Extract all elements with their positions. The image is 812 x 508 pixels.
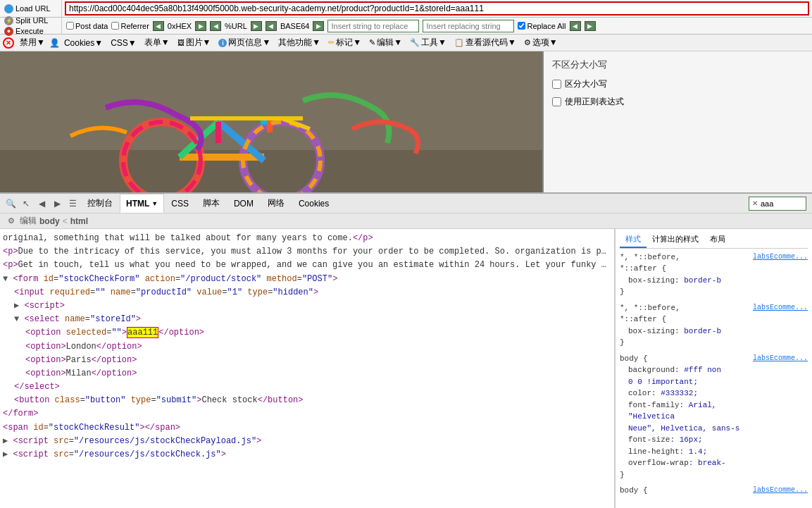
tab-computed[interactable]: 计算出的样式: [647, 232, 704, 248]
devtools-search-box: ✕: [749, 197, 806, 211]
html-line: <option selected="">aaa111</option>: [3, 326, 611, 340]
tab-css[interactable]: CSS: [164, 194, 196, 213]
html-dropdown-arrow[interactable]: ▼: [151, 200, 158, 207]
post-data-checkbox[interactable]: [66, 22, 74, 30]
disable-icon: ✕: [3, 37, 14, 49]
devtools-forward-btn[interactable]: ▶: [49, 196, 65, 211]
html-line: <option>Paris</option>: [3, 354, 611, 367]
tab-dom[interactable]: DOM: [227, 194, 261, 213]
percent-left-arrow[interactable]: ◀: [210, 21, 221, 31]
execute-button[interactable]: ● Execute: [3, 26, 58, 37]
referrer-checkbox[interactable]: [111, 22, 119, 30]
image-icon: 🖼: [177, 39, 185, 47]
percent-right-arrow[interactable]: ▶: [251, 21, 262, 31]
styles-panel: 样式 计算出的样式 布局 *, *::before, labsEcomme...…: [615, 229, 812, 508]
devtools-panel: 🔍 ↖ ◀ ▶ ☰ 控制台 HTML ▼ CSS 脚本 DOM 网络 Cooki…: [0, 192, 812, 508]
menu-info[interactable]: i 网页信息▼: [215, 36, 274, 49]
split-url-button[interactable]: ⚡ Split URL: [3, 16, 58, 26]
tab-network[interactable]: 网络: [261, 194, 292, 213]
execute-icon: ●: [4, 27, 13, 36]
html-line: ▶ <script src="/resources/js/stockCheckP…: [3, 435, 611, 448]
devtools-tabs: 🔍 ↖ ◀ ▶ ☰ 控制台 HTML ▼ CSS 脚本 DOM 网络 Cooki…: [0, 194, 812, 213]
tab-layout[interactable]: 布局: [704, 232, 731, 248]
insert-replacing-string-input[interactable]: [423, 20, 514, 32]
devtools-main: original, something that will be talked …: [0, 229, 812, 508]
svg-rect-2: [0, 150, 542, 192]
html-line: </form>: [3, 407, 611, 421]
html-panel[interactable]: original, something that will be talked …: [0, 229, 615, 508]
replace-all-checkbox[interactable]: [518, 22, 525, 30]
base64-right-arrow[interactable]: ▶: [313, 21, 324, 31]
replace-left-arrow[interactable]: ◀: [570, 21, 581, 31]
html-line: <input required="" name="productId" valu…: [3, 286, 611, 299]
html-line: <option>Milan</option>: [3, 367, 611, 380]
edit-icon: ✎: [369, 38, 375, 47]
search-input[interactable]: [761, 199, 803, 208]
html-line: ▶ <script src="/resources/js/stockCheck.…: [3, 448, 611, 461]
menu-disable[interactable]: 禁用▼: [16, 36, 49, 49]
tab-cookies[interactable]: Cookies: [292, 194, 336, 213]
load-url-button[interactable]: 🌐 Load URL: [3, 4, 58, 14]
menu-other[interactable]: 其他功能▼: [275, 36, 324, 49]
styles-tabs: 样式 计算出的样式 布局: [620, 232, 808, 249]
menu-tools[interactable]: 🔧 工具▼: [406, 36, 450, 49]
hex-right-arrow[interactable]: ▶: [195, 21, 206, 31]
html-content: original, something that will be talked …: [3, 232, 611, 461]
html-line: <p>Due to the intricacy of this service,…: [3, 245, 611, 259]
devtools-back-btn[interactable]: ◀: [34, 196, 49, 211]
info-icon: i: [218, 39, 227, 47]
breadcrumb-sep1: <: [63, 216, 68, 226]
base64-left-arrow[interactable]: ◀: [266, 21, 277, 31]
html-line: <option>London</option>: [3, 340, 611, 354]
breadcrumb-body[interactable]: body: [39, 216, 60, 226]
breadcrumb-html[interactable]: html: [70, 216, 88, 226]
tab-script[interactable]: 脚本: [196, 194, 227, 213]
html-line: ▼ <select name="storeId">: [3, 313, 611, 326]
menu-table[interactable]: 表单▼: [141, 36, 173, 49]
menu-options[interactable]: ⚙ 选项▼: [520, 36, 561, 49]
html-line: ▶ <script>: [3, 299, 611, 313]
case-sensitive-option[interactable]: 区分大小写: [552, 78, 804, 90]
menu-source[interactable]: 📋 查看源代码▼: [451, 36, 520, 49]
replace-all-checkbox-label[interactable]: Replace All: [518, 22, 566, 30]
tab-html[interactable]: HTML ▼: [120, 194, 164, 213]
css-section: *, *::before, labsEcomme... *::after { b…: [620, 302, 808, 349]
tab-console[interactable]: 控制台: [80, 194, 120, 213]
menu-css[interactable]: CSS▼: [107, 37, 140, 49]
css-link2[interactable]: labsEcomme...: [753, 302, 808, 314]
devtools-inspect-icon[interactable]: 🔍: [3, 196, 18, 211]
hex-left-arrow[interactable]: ◀: [153, 21, 164, 31]
mark-icon: ✏: [328, 38, 335, 47]
menu-cookies[interactable]: Cookies▼: [61, 37, 106, 49]
menu-images[interactable]: 🖼 图片▼: [174, 36, 215, 49]
url-input[interactable]: [65, 1, 809, 16]
html-line: ▼ <form id="stockCheckForm" action="/pro…: [3, 273, 611, 286]
devtools-expand-btn[interactable]: ☰: [65, 196, 80, 211]
url-input-wrapper: [62, 0, 812, 17]
page-preview: [0, 51, 542, 192]
css-link4[interactable]: labsEcomme...: [753, 485, 808, 497]
regex-checkbox[interactable]: [552, 97, 561, 106]
insert-string-to-replace-input[interactable]: [327, 20, 419, 32]
menu-mark[interactable]: ✏ 标记▼: [325, 36, 365, 49]
devtools-settings-icon[interactable]: ⚙: [6, 216, 17, 227]
search-close-icon[interactable]: ✕: [752, 199, 758, 207]
left-toolbar: 🌐 Load URL: [0, 0, 62, 17]
menubar: ✕ 禁用▼ 👤 Cookies▼ CSS▼ 表单▼ 🖼 图片▼ i 网页信息▼ …: [0, 35, 812, 51]
css-link3[interactable]: labsEcomme...: [753, 353, 808, 365]
case-sensitive-checkbox[interactable]: [552, 80, 561, 89]
html-line: <span id="stockCheckResult"></span>: [3, 421, 611, 435]
referrer-checkbox-label[interactable]: Referrer: [111, 22, 149, 30]
menu-edit[interactable]: ✎ 编辑▼: [366, 36, 406, 49]
css-link[interactable]: labsEcomme...: [753, 252, 808, 264]
css-section: *, *::before, labsEcomme... *::after { b…: [620, 252, 808, 298]
regex-option[interactable]: 使用正则表达式: [552, 96, 804, 108]
globe-icon: 🌐: [4, 4, 13, 13]
cookies-icon: 👤: [49, 38, 60, 48]
devtools-cursor-icon[interactable]: ↖: [18, 196, 34, 211]
breadcrumb-edit[interactable]: 编辑: [20, 215, 37, 227]
post-data-checkbox-label[interactable]: Post data: [66, 22, 108, 30]
replace-right-arrow[interactable]: ▶: [585, 21, 596, 31]
split-icon: ⚡: [4, 16, 13, 25]
tab-styles[interactable]: 样式: [620, 232, 647, 248]
